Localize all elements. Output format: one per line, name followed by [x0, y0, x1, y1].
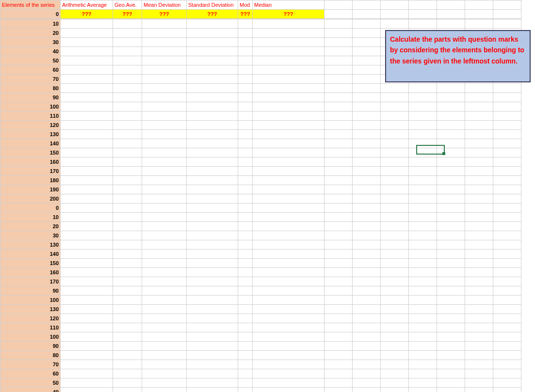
cell[interactable] — [142, 75, 187, 84]
cell[interactable] — [253, 121, 324, 130]
cell[interactable] — [353, 360, 381, 369]
cell[interactable] — [381, 305, 409, 314]
cell[interactable] — [187, 65, 238, 75]
cell[interactable] — [253, 176, 324, 185]
cell[interactable] — [324, 29, 353, 38]
series-value[interactable]: 10 — [0, 19, 61, 29]
series-value[interactable]: 60 — [0, 65, 61, 75]
cell[interactable] — [113, 167, 142, 176]
cell[interactable] — [353, 29, 381, 38]
cell[interactable] — [353, 305, 381, 314]
series-value[interactable]: 80 — [0, 84, 61, 93]
cell[interactable] — [465, 277, 493, 286]
cell[interactable] — [381, 314, 409, 323]
cell[interactable] — [61, 388, 113, 392]
cell[interactable] — [238, 314, 253, 323]
cell[interactable] — [465, 93, 493, 102]
cell[interactable] — [353, 56, 381, 65]
cell[interactable] — [324, 93, 353, 102]
cell[interactable] — [61, 286, 113, 296]
cell[interactable] — [113, 204, 142, 213]
cell[interactable] — [465, 121, 493, 130]
cell[interactable] — [142, 388, 187, 392]
cell[interactable] — [187, 360, 238, 369]
cell[interactable] — [465, 314, 493, 323]
cell[interactable] — [61, 378, 113, 388]
cell[interactable] — [253, 388, 324, 392]
cell[interactable] — [187, 84, 238, 93]
cell[interactable] — [324, 351, 353, 360]
cell[interactable] — [113, 176, 142, 185]
cell[interactable] — [187, 250, 238, 259]
cell[interactable] — [465, 296, 493, 305]
cell[interactable] — [465, 231, 493, 240]
cell[interactable] — [113, 75, 142, 84]
cell[interactable] — [353, 185, 381, 194]
cell[interactable] — [465, 130, 493, 139]
cell[interactable] — [437, 351, 465, 360]
cell[interactable] — [381, 323, 409, 332]
cell[interactable] — [253, 194, 324, 204]
cell[interactable] — [437, 231, 465, 240]
cell[interactable] — [465, 213, 493, 222]
series-value[interactable]: 100 — [0, 102, 61, 111]
cell[interactable] — [142, 277, 187, 286]
cell[interactable] — [238, 75, 253, 84]
cell[interactable] — [353, 323, 381, 332]
cell[interactable] — [113, 185, 142, 194]
cell[interactable] — [465, 286, 493, 296]
cell[interactable] — [238, 167, 253, 176]
series-value[interactable]: 100 — [0, 296, 61, 305]
cell[interactable] — [493, 268, 521, 277]
series-value[interactable]: 20 — [0, 222, 61, 231]
series-value[interactable]: 130 — [0, 240, 61, 250]
cell[interactable] — [187, 305, 238, 314]
series-value[interactable]: 130 — [0, 130, 61, 139]
cell[interactable] — [238, 19, 253, 29]
cell[interactable] — [238, 323, 253, 332]
series-value[interactable]: 50 — [0, 56, 61, 65]
cell[interactable] — [187, 240, 238, 250]
cell[interactable] — [142, 47, 187, 56]
series-value[interactable]: 80 — [0, 351, 61, 360]
cell[interactable] — [142, 38, 187, 47]
cell[interactable] — [381, 130, 409, 139]
cell[interactable] — [324, 157, 353, 167]
cell[interactable] — [142, 222, 187, 231]
cell[interactable] — [465, 185, 493, 194]
cell[interactable] — [381, 342, 409, 351]
cell[interactable] — [113, 286, 142, 296]
cell[interactable] — [113, 342, 142, 351]
cell[interactable] — [61, 360, 113, 369]
cell[interactable] — [437, 286, 465, 296]
cell[interactable] — [437, 185, 465, 194]
cell[interactable] — [353, 213, 381, 222]
cell[interactable] — [238, 286, 253, 296]
series-value[interactable]: 140 — [0, 250, 61, 259]
cell[interactable] — [353, 0, 381, 10]
cell[interactable] — [381, 388, 409, 392]
cell[interactable] — [113, 65, 142, 75]
cell[interactable] — [465, 222, 493, 231]
cell[interactable] — [437, 93, 465, 102]
cell[interactable] — [187, 286, 238, 296]
cell[interactable] — [142, 84, 187, 93]
cell[interactable] — [437, 296, 465, 305]
cell[interactable] — [113, 351, 142, 360]
cell[interactable] — [465, 259, 493, 268]
cell[interactable] — [381, 102, 409, 111]
cell[interactable] — [238, 296, 253, 305]
series-value[interactable]: 40 — [0, 388, 61, 392]
cell[interactable] — [465, 342, 493, 351]
cell[interactable] — [142, 139, 187, 148]
cell[interactable] — [381, 84, 409, 93]
cell[interactable] — [493, 323, 521, 332]
cell[interactable] — [61, 259, 113, 268]
cell[interactable] — [142, 259, 187, 268]
cell[interactable] — [113, 259, 142, 268]
cell[interactable] — [253, 19, 324, 29]
header-elements[interactable]: Elements of the series — [0, 0, 61, 10]
cell[interactable] — [353, 378, 381, 388]
cell[interactable] — [437, 111, 465, 121]
cell[interactable] — [465, 111, 493, 121]
